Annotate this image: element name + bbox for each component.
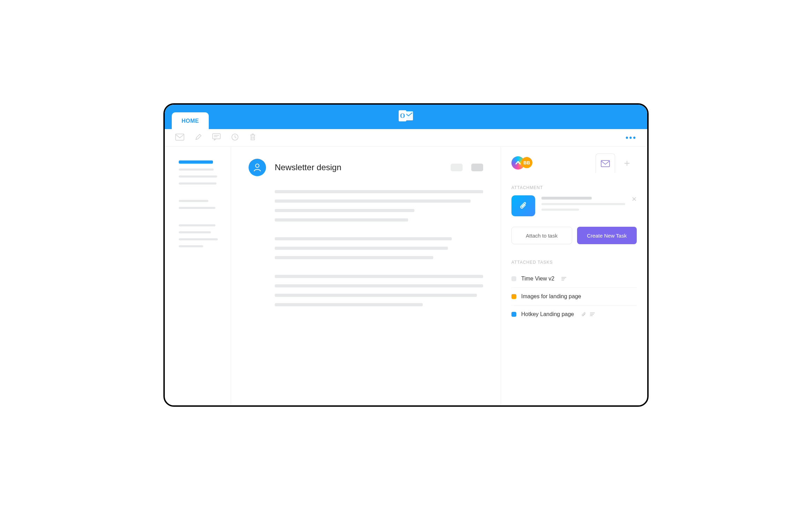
mail-subject: Newsletter design — [275, 163, 442, 172]
sidebar-item[interactable] — [179, 200, 208, 202]
action-pill[interactable] — [451, 164, 463, 171]
text-line — [541, 209, 579, 211]
sidebar-item[interactable] — [179, 168, 214, 171]
text-line — [275, 247, 448, 250]
sidebar-item[interactable] — [179, 175, 217, 178]
button-row: Attach to task Create New Task — [511, 227, 637, 244]
text-line — [275, 218, 408, 222]
text-line — [275, 275, 483, 278]
app-window: HOME O ••• — [163, 103, 649, 407]
panel-top: BB — [511, 153, 637, 173]
home-tab[interactable]: HOME — [172, 112, 209, 129]
create-new-task-button[interactable]: Create New Task — [577, 227, 637, 244]
description-icon — [561, 277, 566, 280]
attachment-info — [541, 195, 625, 214]
text-line — [275, 256, 433, 259]
toolbar: ••• — [165, 129, 647, 147]
trash-icon[interactable] — [249, 133, 256, 142]
sidebar-item[interactable] — [179, 182, 216, 185]
task-status-icon — [511, 312, 516, 317]
panel-tab-add[interactable] — [617, 153, 637, 173]
panel-tab-mail[interactable] — [596, 153, 615, 173]
content-block — [249, 237, 483, 259]
action-pill[interactable] — [471, 164, 483, 171]
task-row[interactable]: Time View v2 — [511, 270, 637, 288]
sidebar-item[interactable] — [179, 238, 218, 240]
top-bar: HOME O — [165, 105, 647, 129]
reading-pane: Newsletter design — [231, 147, 501, 405]
avatar — [249, 159, 266, 176]
svg-rect-3 — [176, 134, 184, 140]
sidebar-item-active[interactable] — [179, 160, 213, 164]
text-line — [275, 284, 483, 287]
svg-rect-9 — [601, 160, 610, 167]
sidebar-item[interactable] — [179, 224, 215, 226]
task-row[interactable]: Images for landing page — [511, 288, 637, 306]
sidebar-item[interactable] — [179, 207, 215, 209]
svg-text:O: O — [400, 112, 405, 119]
text-line — [541, 197, 592, 200]
attach-to-task-button[interactable]: Attach to task — [511, 227, 572, 244]
svg-rect-4 — [213, 134, 220, 139]
edit-icon[interactable] — [195, 134, 202, 142]
attachment-row: ✕ — [511, 195, 637, 216]
text-line — [275, 303, 423, 306]
side-panel: BB ATTACHMENT — [501, 147, 647, 405]
task-row[interactable]: Hotkey Landing page — [511, 306, 637, 323]
paperclip-icon — [581, 312, 586, 317]
task-label: Time View v2 — [521, 276, 554, 282]
more-icon[interactable]: ••• — [626, 133, 637, 142]
mail-icon[interactable] — [175, 134, 184, 142]
task-label: Images for landing page — [521, 293, 581, 300]
content-block — [249, 275, 483, 306]
sidebar-item[interactable] — [179, 231, 211, 233]
outlook-logo: O — [398, 110, 414, 124]
text-line — [275, 209, 414, 212]
text-line — [275, 200, 471, 203]
task-status-icon — [511, 294, 516, 299]
task-status-icon — [511, 276, 516, 281]
attachment-label: ATTACHMENT — [511, 185, 637, 190]
mail-header: Newsletter design — [249, 159, 483, 176]
text-line — [541, 203, 625, 205]
clock-icon[interactable] — [231, 133, 239, 142]
svg-point-8 — [256, 164, 259, 167]
description-icon — [590, 313, 595, 316]
text-line — [275, 294, 477, 297]
text-line — [275, 237, 452, 240]
chat-icon[interactable] — [212, 133, 221, 142]
close-icon[interactable]: ✕ — [632, 195, 637, 203]
attachment-thumb[interactable] — [511, 195, 535, 216]
content-block — [249, 190, 483, 222]
user-badge: BB — [521, 157, 532, 168]
clickup-logo: BB — [511, 156, 532, 170]
sidebar — [165, 147, 231, 405]
sidebar-item[interactable] — [179, 245, 203, 247]
task-label: Hotkey Landing page — [521, 311, 574, 317]
attached-tasks-label: ATTACHED TASKS — [511, 260, 637, 265]
body: Newsletter design — [165, 147, 647, 405]
text-line — [275, 190, 483, 193]
